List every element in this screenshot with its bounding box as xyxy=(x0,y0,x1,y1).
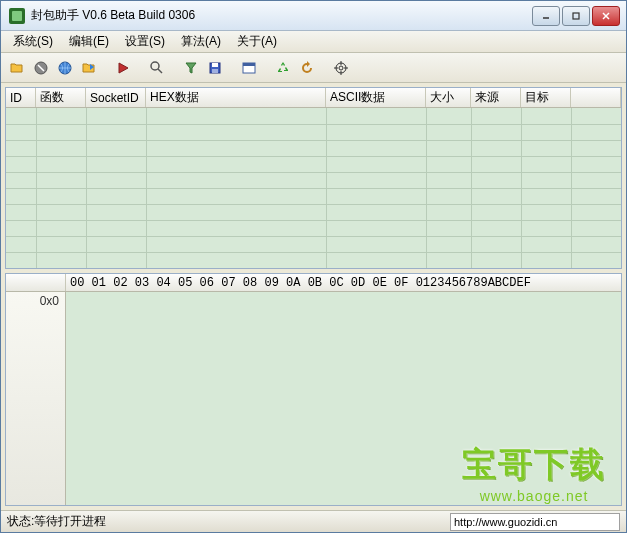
col-ascii[interactable]: ASCII数据 xyxy=(326,88,426,107)
menu-edit[interactable]: 编辑(E) xyxy=(61,31,117,52)
save-icon[interactable] xyxy=(205,58,225,78)
hex-address-column: 0x0 xyxy=(6,292,66,505)
minimize-button[interactable] xyxy=(532,6,560,26)
hex-ruler-addr xyxy=(6,274,66,291)
col-source[interactable]: 来源 xyxy=(471,88,521,107)
status-text: 状态:等待打开进程 xyxy=(7,513,450,530)
menu-about[interactable]: 关于(A) xyxy=(229,31,285,52)
col-size[interactable]: 大小 xyxy=(426,88,471,107)
window-controls xyxy=(530,6,620,26)
play-icon[interactable] xyxy=(113,58,133,78)
col-func[interactable]: 函数 xyxy=(36,88,86,107)
content-area: ID 函数 SocketID HEX数据 ASCII数据 大小 来源 目标 0 xyxy=(1,83,626,510)
menubar: 系统(S) 编辑(E) 设置(S) 算法(A) 关于(A) xyxy=(1,31,626,53)
close-button[interactable] xyxy=(592,6,620,26)
hex-data-area[interactable] xyxy=(66,292,621,505)
filter-icon[interactable] xyxy=(181,58,201,78)
target-icon[interactable] xyxy=(331,58,351,78)
packet-grid[interactable]: ID 函数 SocketID HEX数据 ASCII数据 大小 来源 目标 xyxy=(5,87,622,269)
folder-open-icon[interactable] xyxy=(7,58,27,78)
hex-addr-0: 0x0 xyxy=(6,294,59,308)
col-spacer xyxy=(571,88,621,107)
send-icon[interactable] xyxy=(79,58,99,78)
svg-rect-13 xyxy=(243,63,255,66)
svg-rect-11 xyxy=(212,69,218,73)
recycle-icon[interactable] xyxy=(273,58,293,78)
col-id[interactable]: ID xyxy=(6,88,36,107)
grid-body[interactable] xyxy=(6,108,621,268)
col-target[interactable]: 目标 xyxy=(521,88,571,107)
statusbar: 状态:等待打开进程 xyxy=(1,510,626,532)
svg-rect-1 xyxy=(573,13,579,19)
search-icon[interactable] xyxy=(147,58,167,78)
svg-rect-10 xyxy=(212,63,218,67)
svg-line-8 xyxy=(158,69,162,73)
hex-body[interactable]: 0x0 xyxy=(6,292,621,505)
menu-system[interactable]: 系统(S) xyxy=(5,31,61,52)
status-url-input[interactable] xyxy=(450,513,620,531)
window-icon[interactable] xyxy=(239,58,259,78)
app-window: 封包助手 V0.6 Beta Build 0306 系统(S) 编辑(E) 设置… xyxy=(0,0,627,533)
refresh-icon[interactable] xyxy=(297,58,317,78)
titlebar[interactable]: 封包助手 V0.6 Beta Build 0306 xyxy=(1,1,626,31)
globe-icon[interactable] xyxy=(55,58,75,78)
hex-viewer[interactable]: 00 01 02 03 04 05 06 07 08 09 0A 0B 0C 0… xyxy=(5,273,622,506)
hex-ruler-text: 00 01 02 03 04 05 06 07 08 09 0A 0B 0C 0… xyxy=(66,274,621,291)
svg-point-15 xyxy=(339,66,343,70)
menu-algorithm[interactable]: 算法(A) xyxy=(173,31,229,52)
col-socketid[interactable]: SocketID xyxy=(86,88,146,107)
stop-icon[interactable] xyxy=(31,58,51,78)
window-title: 封包助手 V0.6 Beta Build 0306 xyxy=(31,7,530,24)
app-icon xyxy=(9,8,25,24)
menu-settings[interactable]: 设置(S) xyxy=(117,31,173,52)
hex-ruler: 00 01 02 03 04 05 06 07 08 09 0A 0B 0C 0… xyxy=(6,274,621,292)
col-hex[interactable]: HEX数据 xyxy=(146,88,326,107)
svg-point-7 xyxy=(151,62,159,70)
toolbar xyxy=(1,53,626,83)
maximize-button[interactable] xyxy=(562,6,590,26)
grid-header: ID 函数 SocketID HEX数据 ASCII数据 大小 来源 目标 xyxy=(6,88,621,108)
